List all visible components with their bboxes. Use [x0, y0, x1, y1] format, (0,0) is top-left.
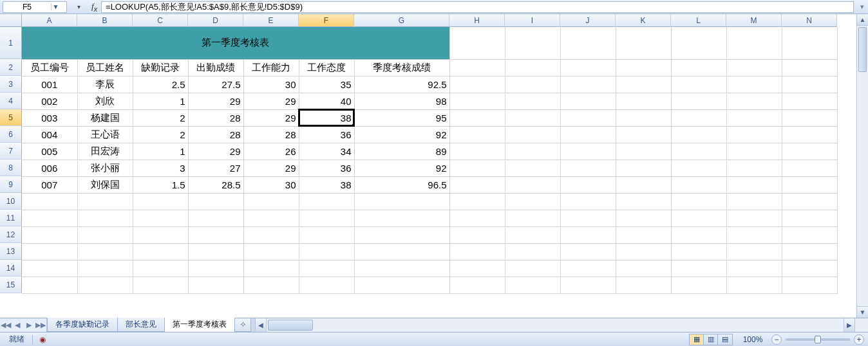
- cell-score[interactable]: 96.5: [354, 176, 449, 193]
- scroll-down-icon[interactable]: ▼: [857, 306, 868, 318]
- cell-name[interactable]: 刘保国: [77, 176, 133, 193]
- cell[interactable]: [505, 193, 560, 210]
- header-5[interactable]: 工作态度: [299, 59, 354, 76]
- cell[interactable]: [726, 59, 782, 76]
- cell[interactable]: [449, 159, 505, 176]
- cell[interactable]: [726, 193, 782, 210]
- cell-id[interactable]: 001: [22, 76, 77, 93]
- row-header-11[interactable]: 11: [0, 210, 22, 226]
- tab-first-icon[interactable]: ◀◀: [0, 321, 12, 329]
- cell[interactable]: [782, 277, 837, 293]
- row-header-1[interactable]: 1: [0, 27, 22, 59]
- cell-attend[interactable]: 29: [188, 143, 243, 159]
- row-header-6[interactable]: 6: [0, 126, 22, 143]
- cell[interactable]: [133, 260, 188, 277]
- sheet-tab-1[interactable]: 部长意见: [117, 318, 165, 332]
- vertical-scrollbar[interactable]: ▲ ▼: [856, 14, 868, 318]
- row-header-7[interactable]: 7: [0, 143, 22, 159]
- horizontal-scrollbar[interactable]: ◀ ▶: [255, 318, 868, 332]
- row-header-2[interactable]: 2: [0, 59, 22, 76]
- cell[interactable]: [188, 193, 243, 210]
- column-header-M[interactable]: M: [726, 14, 782, 27]
- cell[interactable]: [782, 59, 837, 76]
- header-4[interactable]: 工作能力: [243, 59, 299, 76]
- cell[interactable]: [133, 210, 188, 226]
- cell[interactable]: [22, 210, 77, 226]
- cell[interactable]: [560, 277, 616, 293]
- cell[interactable]: [616, 260, 671, 277]
- cell-attitude[interactable]: 35: [299, 76, 354, 93]
- zoom-slider[interactable]: [786, 338, 850, 341]
- cell[interactable]: [243, 277, 299, 293]
- cell[interactable]: [616, 126, 671, 143]
- cell[interactable]: [671, 260, 726, 277]
- cell-name[interactable]: 王心语: [77, 126, 133, 143]
- cell[interactable]: [782, 76, 837, 93]
- cell-name[interactable]: 张小丽: [77, 159, 133, 176]
- title-cell[interactable]: 第一季度考核表: [22, 27, 449, 59]
- cell-attend[interactable]: 29: [188, 93, 243, 109]
- cell-score[interactable]: 95: [354, 109, 449, 126]
- column-header-I[interactable]: I: [505, 14, 560, 27]
- cell[interactable]: [505, 159, 560, 176]
- grid[interactable]: 第一季度考核表员工编号员工姓名缺勤记录出勤成绩工作能力工作态度季度考核成绩001…: [22, 27, 856, 318]
- cell[interactable]: [560, 226, 616, 243]
- cell[interactable]: [299, 243, 354, 260]
- scroll-left-icon[interactable]: ◀: [255, 318, 267, 332]
- cell-id[interactable]: 004: [22, 126, 77, 143]
- fx-icon[interactable]: fx: [88, 1, 101, 13]
- cell[interactable]: [726, 260, 782, 277]
- cell[interactable]: [726, 210, 782, 226]
- column-header-N[interactable]: N: [782, 14, 837, 27]
- cell[interactable]: [782, 159, 837, 176]
- column-header-D[interactable]: D: [188, 14, 243, 27]
- sheet-tab-2[interactable]: 第一季度考核表: [164, 318, 235, 332]
- header-6[interactable]: 季度考核成绩: [354, 59, 449, 76]
- cell[interactable]: [560, 143, 616, 159]
- cell-ability[interactable]: 29: [243, 109, 299, 126]
- cell-attend[interactable]: 28.5: [188, 176, 243, 193]
- tab-next-icon[interactable]: ▶: [23, 321, 35, 329]
- cell-name[interactable]: 李辰: [77, 76, 133, 93]
- cell-score[interactable]: 92: [354, 159, 449, 176]
- cell[interactable]: [299, 277, 354, 293]
- cell[interactable]: [22, 260, 77, 277]
- row-header-4[interactable]: 4: [0, 93, 22, 109]
- formula-input[interactable]: =LOOKUP(A5,部长意见!A5:$A$9,部长意见!D5:$D$9): [101, 1, 854, 13]
- cell-attitude[interactable]: 36: [299, 159, 354, 176]
- cell[interactable]: [243, 243, 299, 260]
- cell-score[interactable]: 92.5: [354, 76, 449, 93]
- cell[interactable]: [726, 277, 782, 293]
- vertical-scroll-thumb[interactable]: [858, 27, 867, 72]
- cell[interactable]: [354, 226, 449, 243]
- header-3[interactable]: 出勤成绩: [188, 59, 243, 76]
- row-header-9[interactable]: 9: [0, 176, 22, 193]
- horizontal-scroll-thumb[interactable]: [268, 320, 313, 331]
- formula-bar-expand-icon[interactable]: ▾: [856, 3, 868, 11]
- cell[interactable]: [354, 260, 449, 277]
- cell[interactable]: [616, 210, 671, 226]
- cell[interactable]: [616, 243, 671, 260]
- cell[interactable]: [188, 226, 243, 243]
- cell-absent[interactable]: 1: [133, 93, 188, 109]
- cell[interactable]: [243, 260, 299, 277]
- cell[interactable]: [354, 243, 449, 260]
- cell[interactable]: [671, 226, 726, 243]
- cell[interactable]: [726, 176, 782, 193]
- cell[interactable]: [671, 176, 726, 193]
- cell[interactable]: [782, 243, 837, 260]
- cell[interactable]: [616, 93, 671, 109]
- header-2[interactable]: 缺勤记录: [133, 59, 188, 76]
- column-header-E[interactable]: E: [243, 14, 299, 27]
- cell[interactable]: [505, 210, 560, 226]
- cell[interactable]: [77, 226, 133, 243]
- cell[interactable]: [22, 277, 77, 293]
- cell[interactable]: [133, 193, 188, 210]
- cell[interactable]: [616, 59, 671, 76]
- zoom-slider-knob[interactable]: [815, 336, 821, 343]
- cell[interactable]: [22, 193, 77, 210]
- cell[interactable]: [22, 226, 77, 243]
- cell-absent[interactable]: 2: [133, 126, 188, 143]
- cell[interactable]: [560, 210, 616, 226]
- cell[interactable]: [354, 193, 449, 210]
